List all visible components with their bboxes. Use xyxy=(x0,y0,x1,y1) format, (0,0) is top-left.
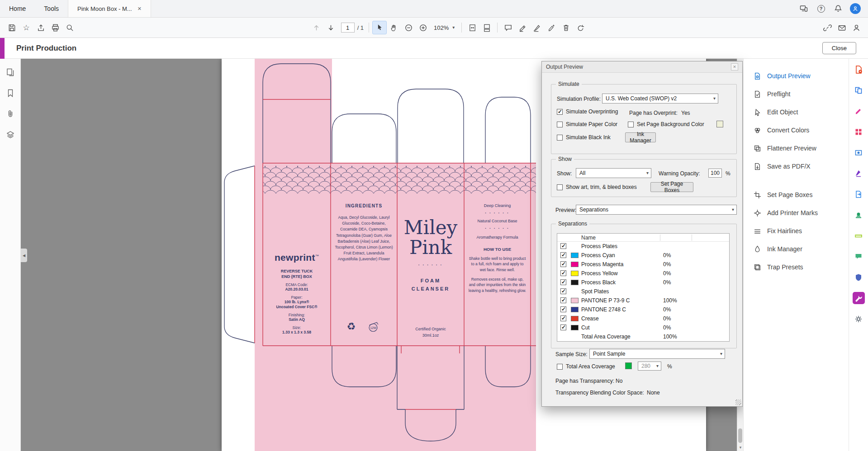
tool-item-flattener-preview[interactable]: Flattener Preview xyxy=(744,139,849,157)
warning-opacity-input[interactable] xyxy=(708,169,722,178)
enhance-scans-icon[interactable] xyxy=(853,146,865,159)
tool-item-add-printer-marks[interactable]: Add Printer Marks xyxy=(744,204,849,222)
separation-row[interactable]: Cut 0% xyxy=(557,323,729,332)
stamp-icon[interactable] xyxy=(853,209,865,221)
protect-icon[interactable] xyxy=(853,271,865,283)
collapse-panel-chevron[interactable]: ◀ xyxy=(21,249,27,262)
simulate-black-ink-checkbox[interactable] xyxy=(557,135,563,141)
delete-icon[interactable] xyxy=(559,21,573,34)
set-page-background-color-checkbox[interactable] xyxy=(628,122,634,127)
help-icon[interactable]: ? xyxy=(814,2,828,15)
scroll-down-icon[interactable]: ▾ xyxy=(737,444,743,451)
show-dropdown[interactable]: All ▾ xyxy=(576,168,651,178)
print-icon[interactable] xyxy=(48,21,62,34)
attachments-icon[interactable] xyxy=(6,109,15,118)
tool-item-save-as-pdfx[interactable]: Save as PDF/X xyxy=(744,157,849,175)
simulate-overprinting-checkbox[interactable] xyxy=(557,109,563,115)
separation-checkbox[interactable] xyxy=(560,306,566,312)
separation-row[interactable]: Process Yellow 0% xyxy=(557,269,729,278)
separation-row[interactable]: Process Black 0% xyxy=(557,278,729,287)
highlight-icon[interactable] xyxy=(515,21,530,34)
next-page-icon[interactable] xyxy=(324,21,338,34)
separation-checkbox[interactable] xyxy=(560,243,566,249)
tool-item-fix-hairlines[interactable]: Fix Hairlines xyxy=(744,222,849,240)
scrollbar-thumb[interactable] xyxy=(738,428,742,443)
separation-row[interactable]: Process Cyan 0% xyxy=(557,251,729,260)
share-icon[interactable] xyxy=(33,21,48,34)
create-pdf-icon[interactable] xyxy=(853,63,865,75)
tool-item-edit-object[interactable]: Edit Object xyxy=(744,103,849,121)
separation-checkbox[interactable] xyxy=(560,315,566,321)
account-avatar[interactable] xyxy=(848,2,863,15)
tool-item-output-preview[interactable]: Output Preview xyxy=(744,67,849,85)
layers-icon[interactable] xyxy=(6,130,15,139)
comment-icon[interactable] xyxy=(853,250,865,263)
devices-icon[interactable] xyxy=(797,2,811,15)
simulation-profile-dropdown[interactable]: U.S. Web Coated (SWOP) v2 ▾ xyxy=(602,94,718,103)
star-icon[interactable]: ☆ xyxy=(19,21,33,34)
sign-icon[interactable] xyxy=(530,21,544,34)
organize-pages-icon[interactable] xyxy=(853,126,865,138)
tool-item-trap-presets[interactable]: Trap Presets xyxy=(744,258,849,276)
page-thumbnails-icon[interactable] xyxy=(6,68,15,77)
fill-sign-icon[interactable] xyxy=(853,167,865,179)
sample-size-dropdown[interactable]: Point Sample ▾ xyxy=(589,349,725,359)
zoom-in-icon[interactable] xyxy=(416,21,430,34)
show-boxes-checkbox[interactable] xyxy=(557,184,563,190)
measure-icon[interactable] xyxy=(853,230,865,242)
combine-files-icon[interactable] xyxy=(853,84,865,96)
separation-row[interactable]: Process Plates xyxy=(557,242,729,251)
previous-page-icon[interactable] xyxy=(309,21,324,34)
separation-row[interactable]: Spot Plates xyxy=(557,287,729,296)
print-production-icon[interactable] xyxy=(853,292,865,304)
separation-checkbox[interactable] xyxy=(560,279,566,285)
separation-row[interactable]: PANTONE 2748 C 0% xyxy=(557,305,729,314)
separation-row[interactable]: Process Magenta 0% xyxy=(557,260,729,269)
preview-dropdown[interactable]: Separations ▾ xyxy=(576,205,737,215)
notifications-bell-icon[interactable] xyxy=(831,2,845,15)
organize-tools-icon[interactable] xyxy=(853,313,865,325)
tab-home[interactable]: Home xyxy=(0,0,35,17)
total-area-coverage-checkbox[interactable] xyxy=(557,364,563,370)
dialog-close-icon[interactable]: ✕ xyxy=(731,63,738,70)
scroll-mode-icon[interactable] xyxy=(479,21,494,34)
edit-pdf-icon[interactable] xyxy=(853,105,865,117)
page-number-input[interactable] xyxy=(341,23,355,33)
tab-document[interactable]: Pink Moon Box - M... ✕ xyxy=(68,0,151,17)
select-tool-icon[interactable] xyxy=(372,21,387,34)
profile-icon[interactable] xyxy=(849,21,863,34)
tool-item-convert-colors[interactable]: Convert Colors xyxy=(744,121,849,139)
link-icon[interactable] xyxy=(820,21,835,34)
separation-row[interactable]: Crease 0% xyxy=(557,314,729,323)
close-button[interactable]: Close xyxy=(822,42,856,54)
export-pdf-icon[interactable] xyxy=(853,188,865,200)
bookmarks-icon[interactable] xyxy=(6,89,15,98)
add-text-icon[interactable] xyxy=(544,21,559,34)
page-background-color-swatch[interactable] xyxy=(716,121,723,127)
email-icon[interactable] xyxy=(835,21,849,34)
separation-checkbox[interactable] xyxy=(560,270,566,276)
separation-checkbox[interactable] xyxy=(560,324,566,330)
separation-checkbox[interactable] xyxy=(560,297,566,303)
fit-page-icon[interactable] xyxy=(465,21,479,34)
tool-item-set-page-boxes[interactable]: Set Page Boxes xyxy=(744,186,849,204)
tool-item-preflight[interactable]: Preflight xyxy=(744,85,849,103)
set-page-boxes-button[interactable]: Set Page Boxes xyxy=(650,182,693,192)
simulate-paper-color-checkbox[interactable] xyxy=(557,122,563,127)
tab-tools[interactable]: Tools xyxy=(35,0,68,17)
undo-icon[interactable] xyxy=(573,21,588,34)
separation-row[interactable]: PANTONE P 73-9 C 100% xyxy=(557,296,729,305)
ink-manager-button[interactable]: Ink Manager xyxy=(625,132,656,142)
tac-warning-color-swatch[interactable] xyxy=(625,362,632,369)
comment-icon[interactable] xyxy=(501,21,515,34)
tac-threshold-dropdown[interactable]: 280 ▾ xyxy=(638,362,661,371)
dialog-resize-grip[interactable] xyxy=(735,399,741,405)
separation-checkbox[interactable] xyxy=(560,252,566,258)
zoom-level-dropdown[interactable]: 102% ▾ xyxy=(430,22,458,33)
hand-tool-icon[interactable] xyxy=(387,21,401,34)
search-icon[interactable] xyxy=(62,21,77,34)
dialog-title-bar[interactable]: Output Preview ✕ xyxy=(542,61,742,73)
separation-checkbox[interactable] xyxy=(560,288,566,294)
save-icon[interactable] xyxy=(5,21,19,34)
zoom-out-icon[interactable] xyxy=(401,21,416,34)
